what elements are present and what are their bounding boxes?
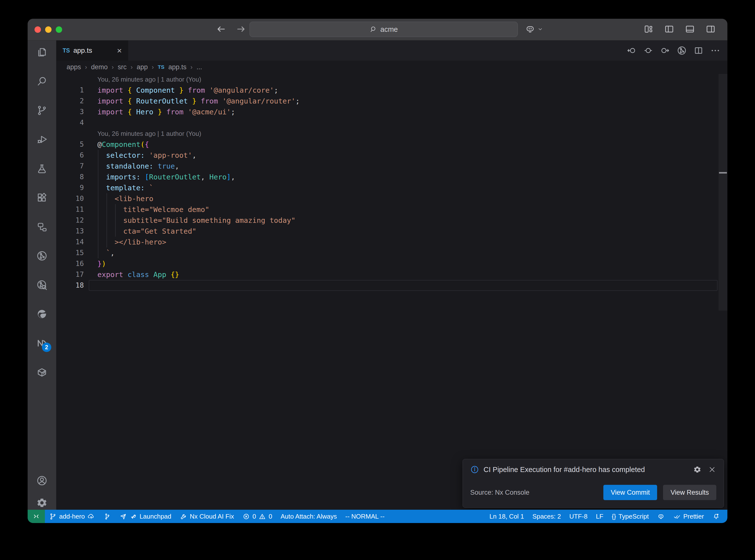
tab-bar: TS app.ts × [56, 40, 728, 61]
toggle-sidebar-left-icon[interactable] [664, 24, 675, 35]
code-line[interactable]: 10 <lib-hero [56, 193, 728, 204]
more-actions-icon[interactable] [710, 45, 720, 56]
gitlens-icon[interactable] [36, 250, 48, 262]
status-git-graph[interactable] [99, 510, 115, 523]
status-eol[interactable]: LF [592, 513, 608, 520]
source-control-icon[interactable] [36, 104, 48, 116]
breadcrumb-item[interactable]: demo [91, 63, 108, 71]
code-line[interactable]: 4 [56, 117, 728, 128]
status-problems[interactable]: 0 0 [238, 510, 276, 523]
indent-guide [115, 204, 116, 237]
customize-layout-icon[interactable] [643, 24, 654, 35]
status-branch[interactable]: add-hero [45, 510, 99, 523]
code-line[interactable]: 11 title="Welcmoe demo" [56, 204, 728, 215]
run-debug-icon[interactable] [36, 134, 48, 145]
launchpad-label: Launchpad [140, 513, 171, 520]
forward-icon[interactable] [235, 23, 247, 35]
window-controls [35, 26, 62, 33]
status-copilot[interactable] [653, 513, 669, 520]
gitlens-search-icon[interactable] [36, 279, 48, 291]
code-line[interactable]: 15 `, [56, 247, 728, 258]
line-number: 12 [56, 215, 84, 226]
view-results-button[interactable]: View Results [663, 485, 716, 500]
settings-gear-icon[interactable] [36, 497, 48, 509]
search-view-icon[interactable] [36, 75, 48, 87]
code-line[interactable]: 1import { Component } from '@angular/cor… [56, 85, 728, 96]
double-check-icon [673, 513, 681, 520]
scrollbar-slider[interactable] [718, 74, 728, 311]
status-formatter[interactable]: Prettier [669, 513, 708, 520]
code-line[interactable]: 12 subtitle="Build something amazing tod… [56, 215, 728, 226]
current-commit-icon[interactable] [643, 45, 653, 56]
code-lines: You, 26 minutes ago | 1 author (You)1imp… [56, 74, 728, 291]
line-number: 2 [56, 96, 84, 106]
extensions-icon[interactable] [36, 192, 48, 204]
send-icon [119, 513, 127, 520]
accounts-icon[interactable] [36, 475, 48, 486]
status-auto-attach[interactable]: Auto Attach: Always [276, 510, 341, 523]
status-nx-cloud-fix[interactable]: Nx Cloud AI Fix [176, 510, 238, 523]
code-line[interactable]: 7 standalone: true, [56, 161, 728, 172]
bell-dot-icon [712, 513, 720, 520]
code-line[interactable]: 6 selector: 'app-root', [56, 150, 728, 161]
code-line[interactable]: 14 ></lib-hero> [56, 237, 728, 247]
status-notifications[interactable] [708, 513, 728, 520]
command-center-search[interactable]: acme [250, 22, 518, 37]
code-line[interactable]: 17export class App {} [56, 269, 728, 280]
explorer-icon[interactable] [36, 46, 48, 58]
nav-back-commit-icon[interactable] [626, 45, 637, 56]
line-number: 10 [56, 193, 84, 204]
maximize-window-button[interactable] [56, 26, 62, 33]
code-line[interactable]: 18 [56, 280, 728, 291]
close-tab-icon[interactable]: × [117, 46, 122, 55]
status-launchpad[interactable]: Launchpad [115, 510, 176, 523]
breadcrumb-item[interactable]: app.ts [168, 63, 187, 71]
code-line[interactable]: 5@Component({ [56, 139, 728, 150]
nav-forward-commit-icon[interactable] [660, 45, 670, 56]
toggle-sidebar-right-icon[interactable] [705, 24, 716, 35]
minimize-window-button[interactable] [45, 26, 52, 33]
tab-app-ts[interactable]: TS app.ts × [56, 40, 128, 61]
code-line[interactable]: 13 cta="Get Started" [56, 226, 728, 237]
breadcrumb-item[interactable]: src [118, 63, 126, 71]
line-number [56, 74, 84, 85]
code-line[interactable]: 8 imports: [RouterOutlet, Hero], [56, 172, 728, 182]
line-number: 8 [56, 172, 84, 182]
view-commit-button[interactable]: View Commit [603, 485, 657, 500]
breadcrumb-item[interactable]: app [137, 63, 148, 71]
status-vim-mode[interactable]: -- NORMAL -- [341, 510, 389, 523]
status-language[interactable]: {} TypeScript [608, 513, 653, 520]
remote-indicator[interactable] [27, 510, 45, 523]
notification-settings-gear-icon[interactable] [693, 465, 701, 474]
nx-cloud-label: Nx Cloud AI Fix [190, 513, 234, 520]
status-cursor-position[interactable]: Ln 18, Col 1 [485, 513, 528, 520]
editor-scrollbar[interactable] [718, 74, 728, 515]
breadcrumb-separator: › [112, 63, 114, 71]
chevron-down-icon[interactable] [537, 26, 543, 32]
branch-name: add-hero [59, 513, 85, 520]
code-line[interactable]: 9 template: ` [56, 182, 728, 193]
flowchart-view-icon[interactable] [36, 221, 48, 233]
toggle-panel-icon[interactable] [684, 24, 695, 35]
testing-icon[interactable] [36, 163, 48, 175]
code-editor[interactable]: You, 26 minutes ago | 1 author (You)1imp… [56, 74, 728, 515]
copilot-icon[interactable] [525, 24, 536, 35]
commit-graph-icon[interactable] [677, 45, 687, 56]
edge-devtools-icon[interactable] [36, 308, 48, 320]
code-line[interactable]: 2import { RouterOutlet } from '@angular/… [56, 96, 728, 106]
breadcrumb-item[interactable]: apps [66, 63, 81, 71]
code-line[interactable]: 3import { Hero } from '@acme/ui'; [56, 106, 728, 117]
close-notification-icon[interactable] [708, 465, 716, 474]
nx-console-icon[interactable]: 2 [36, 337, 48, 349]
line-number: 6 [56, 150, 84, 161]
status-encoding[interactable]: UTF-8 [565, 513, 592, 520]
containers-icon[interactable] [36, 366, 48, 378]
breadcrumb-item[interactable]: ... [197, 63, 202, 71]
close-window-button[interactable] [35, 26, 41, 33]
code-line[interactable]: 16}) [56, 258, 728, 269]
braces-icon: {} [612, 513, 616, 520]
error-count: 0 [253, 513, 256, 520]
back-icon[interactable] [215, 23, 227, 35]
status-indentation[interactable]: Spaces: 2 [528, 513, 565, 520]
split-editor-icon[interactable] [693, 45, 704, 56]
